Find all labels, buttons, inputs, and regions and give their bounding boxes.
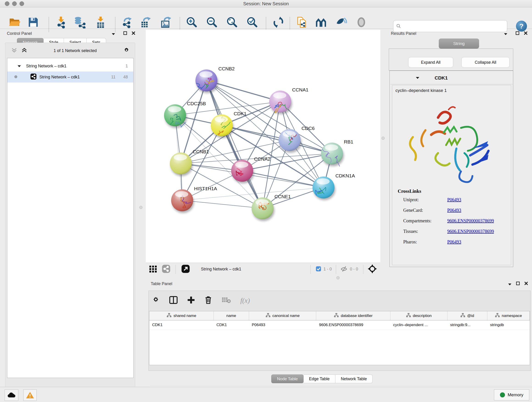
splitter-handle[interactable]: [139, 206, 143, 209]
zoom-fit-icon[interactable]: [226, 16, 238, 28]
column-header-@id[interactable]: @id: [447, 311, 487, 320]
import-network-file-icon[interactable]: [55, 16, 67, 28]
network-birdseye-icon[interactable]: [162, 264, 171, 274]
table-row[interactable]: CDK1CDK1P064939606.ENSP00000378699cyclin…: [149, 320, 530, 330]
crosslink-link[interactable]: P06493: [447, 197, 461, 208]
collapse-all-networks-icon[interactable]: [11, 47, 17, 54]
column-header-shared-name[interactable]: shared name: [149, 311, 214, 320]
open-session-icon[interactable]: [8, 16, 21, 28]
crosslink-row: Uniprot:P06493: [403, 197, 509, 208]
results-panel-float-icon[interactable]: [504, 32, 508, 36]
crosslink-link[interactable]: P06493: [447, 208, 461, 218]
network-collection-row[interactable]: String Network – cdk1 1: [7, 61, 133, 71]
crosslink-link[interactable]: 9606.ENSP00000378699: [447, 218, 494, 229]
column-header-description[interactable]: description: [390, 311, 447, 320]
import-table-icon[interactable]: [94, 16, 107, 28]
export-network-icon[interactable]: [121, 16, 133, 28]
table-cell[interactable]: CDK1: [214, 320, 249, 330]
add-column-icon[interactable]: [187, 296, 195, 305]
delete-column-icon[interactable]: [205, 296, 212, 305]
warning-button[interactable]: [23, 389, 37, 401]
control-panel-maximize-icon[interactable]: [123, 31, 127, 36]
refresh-view-icon[interactable]: [272, 16, 285, 28]
network-node-hist1h1a[interactable]: HIST1H1A: [171, 186, 217, 211]
crosslink-link[interactable]: 9606.ENSP00000378699: [447, 229, 494, 239]
table-panel-maximize-icon[interactable]: [516, 281, 520, 286]
zoom-in-icon[interactable]: [186, 16, 198, 28]
control-panel-float-icon[interactable]: [111, 32, 115, 36]
selected-checkbox-icon[interactable]: [316, 266, 321, 273]
network-node-cdc6[interactable]: CDC6: [279, 126, 315, 151]
network-node-rb1[interactable]: RB1: [321, 139, 353, 166]
column-type-icon: [406, 313, 411, 319]
clone-network-icon[interactable]: [296, 16, 308, 28]
network-collection-panel: 1 of 1 Network selected String Network –…: [5, 43, 135, 394]
search-icon: [396, 24, 401, 29]
search-input[interactable]: [401, 24, 500, 29]
tab-network-table[interactable]: Network Table: [336, 375, 373, 383]
column-header-name[interactable]: name: [214, 311, 249, 320]
tab-node-table[interactable]: Node Table: [271, 375, 304, 383]
open-in-new-window-icon[interactable]: [181, 264, 190, 274]
table-panel-float-icon[interactable]: [508, 282, 512, 287]
splitter-handle[interactable]: [381, 137, 385, 140]
expand-all-button[interactable]: Expand All: [408, 57, 453, 68]
export-image-icon[interactable]: [160, 16, 172, 28]
collapse-all-button[interactable]: Collapse All: [462, 57, 510, 68]
show-columns-icon[interactable]: [169, 296, 177, 305]
fit-content-icon[interactable]: [367, 264, 377, 274]
hidden-eye-icon[interactable]: [340, 265, 348, 273]
save-session-icon[interactable]: [27, 16, 39, 28]
import-network-database-icon[interactable]: [74, 16, 86, 28]
tab-string[interactable]: String: [439, 38, 479, 49]
export-table-icon[interactable]: [140, 16, 152, 28]
table-cell[interactable]: CDK1: [149, 320, 214, 330]
network-node-cdc25b[interactable]: CDC25B: [164, 101, 206, 127]
section-collapse-icon[interactable]: [416, 76, 419, 80]
first-neighbors-icon[interactable]: [315, 16, 327, 28]
hide-selected-icon[interactable]: [335, 16, 347, 28]
function-builder-icon: f(x): [240, 297, 250, 304]
collection-expander-icon[interactable]: [17, 64, 21, 69]
network-options-gear-icon[interactable]: [123, 47, 130, 55]
zoom-out-icon[interactable]: [206, 16, 218, 28]
grid-view-icon[interactable]: [149, 265, 157, 274]
results-panel-maximize-icon[interactable]: [515, 31, 519, 36]
table-settings-gear-icon[interactable]: [152, 296, 160, 305]
table-cell[interactable]: cyclin–dependent ...: [390, 320, 447, 330]
table-cell[interactable]: P06493: [249, 320, 317, 330]
tab-edge-table[interactable]: Edge Table: [304, 375, 336, 383]
table-cell[interactable]: stringdb:9...: [447, 320, 487, 330]
memory-button[interactable]: Memory: [494, 389, 529, 400]
left-splitter[interactable]: [138, 30, 144, 275]
control-panel-close-icon[interactable]: [132, 31, 135, 36]
network-node-cdk1[interactable]: CDK1: [211, 111, 247, 136]
expand-all-networks-icon[interactable]: [21, 47, 27, 54]
splitter-handle[interactable]: [336, 276, 340, 279]
network-row[interactable]: String Network – cdk1 11 48: [7, 71, 133, 83]
node-label: CDC25B: [187, 101, 206, 106]
column-header-database-identifier[interactable]: database identifier: [316, 311, 390, 320]
results-panel-close-icon[interactable]: [524, 31, 528, 36]
cloud-button[interactable]: [5, 389, 18, 401]
table-cell[interactable]: 9606.ENSP00000378699: [317, 320, 390, 330]
crosslink-link[interactable]: P06493: [447, 239, 461, 250]
node-label: CDKN1A: [336, 173, 355, 178]
table-toolbar: f(x): [152, 293, 250, 308]
network-canvas[interactable]: CCNB2CCNA1CDC25BCDK1CDC6RB1CCNB1CCNA2CDK…: [146, 30, 380, 263]
column-header-namespace[interactable]: namespace: [487, 311, 530, 320]
zoom-selected-icon[interactable]: [246, 16, 259, 28]
crosslink-label: Pharos:: [403, 239, 447, 250]
table-panel-close-icon[interactable]: [524, 281, 528, 286]
protein-description: cyclin–dependent kinase 1: [395, 88, 447, 93]
crosslink-label: Uniprot:: [403, 197, 447, 208]
bottom-splitter[interactable]: [137, 275, 532, 281]
column-header-canonical-name[interactable]: canonical name: [249, 311, 317, 320]
window-title: Session: New Session: [0, 1, 532, 6]
node-label: CCNB1: [193, 149, 209, 154]
show-all-icon[interactable]: [355, 16, 367, 28]
crosslinks-title: CrossLinks: [398, 188, 421, 194]
right-splitter[interactable]: [380, 30, 386, 275]
table-cell[interactable]: stringdb: [487, 320, 530, 330]
protein-section-header[interactable]: CDK1: [390, 71, 513, 84]
